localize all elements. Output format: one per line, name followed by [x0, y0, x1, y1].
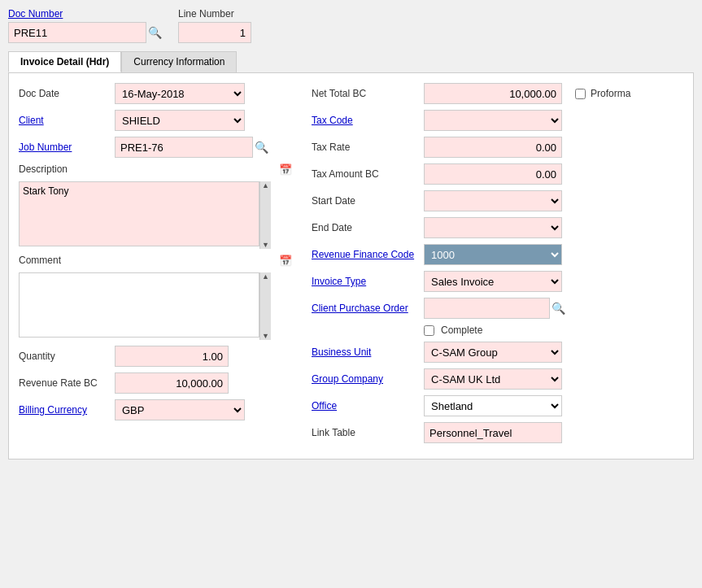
line-number-input[interactable]: [178, 22, 251, 43]
tax-rate-input[interactable]: [424, 137, 562, 158]
right-column: Net Total BC Proforma Tax Code Tax Rate: [312, 83, 683, 449]
description-area-container: Stark Tony ▲ ▼: [19, 181, 271, 249]
client-label[interactable]: Client: [19, 115, 108, 126]
description-edit-icon[interactable]: 📅: [279, 163, 292, 176]
business-unit-label[interactable]: Business Unit: [312, 346, 417, 358]
complete-row: Complete: [424, 324, 683, 336]
client-po-label[interactable]: Client Purchase Order: [312, 303, 417, 314]
office-label[interactable]: Office: [312, 400, 417, 412]
revenue-rate-input[interactable]: [115, 372, 229, 394]
invoice-type-select[interactable]: Sales Invoice: [424, 271, 562, 292]
comment-textarea[interactable]: [19, 272, 259, 338]
end-date-row: End Date: [312, 217, 683, 238]
link-table-input[interactable]: [424, 422, 562, 443]
invoice-type-label[interactable]: Invoice Type: [312, 276, 417, 287]
quantity-label: Quantity: [19, 351, 108, 362]
tax-code-row: Tax Code: [312, 110, 683, 131]
net-total-label: Net Total BC: [312, 88, 417, 99]
proforma-checkbox[interactable]: [575, 89, 586, 99]
line-number-group: Line Number: [178, 8, 251, 43]
comment-scroll-up[interactable]: ▲: [260, 272, 271, 281]
description-label: Description: [19, 163, 108, 175]
doc-date-select[interactable]: 16-May-2018: [115, 83, 245, 104]
tab-currency-information[interactable]: Currency Information: [121, 51, 237, 72]
group-company-row: Group Company C-SAM UK Ltd: [312, 368, 683, 390]
invoice-type-row: Invoice Type Sales Invoice: [312, 271, 683, 292]
comment-scrollbar: ▲ ▼: [259, 272, 271, 340]
revenue-rate-label: Revenue Rate BC: [19, 377, 108, 389]
doc-number-binoculars-icon[interactable]: 🔍: [148, 26, 162, 39]
client-po-row: Client Purchase Order 🔍: [312, 298, 683, 319]
main-panel: Doc Date 16-May-2018 Client SHIELD Job N…: [8, 72, 694, 460]
client-po-binoculars-icon[interactable]: 🔍: [552, 302, 565, 315]
client-row: Client SHIELD: [19, 110, 295, 131]
tax-code-select[interactable]: [424, 110, 562, 131]
tax-rate-label: Tax Rate: [312, 142, 417, 153]
comment-row: Comment 📅: [19, 255, 295, 267]
office-select[interactable]: Shetland: [424, 395, 562, 416]
end-date-select[interactable]: [424, 217, 562, 238]
description-row: Description 📅: [19, 163, 295, 176]
tax-amount-input[interactable]: [424, 163, 562, 185]
doc-date-row: Doc Date 16-May-2018: [19, 83, 295, 104]
quantity-row: Quantity: [19, 346, 295, 367]
proforma-label: Proforma: [591, 88, 630, 99]
doc-number-input[interactable]: [8, 22, 146, 43]
doc-date-label: Doc Date: [19, 88, 108, 99]
client-po-input[interactable]: [424, 298, 550, 319]
client-select[interactable]: SHIELD: [115, 110, 245, 131]
net-total-input[interactable]: [424, 83, 562, 104]
end-date-label: End Date: [312, 222, 417, 233]
revenue-finance-label[interactable]: Revenue Finance Code: [312, 249, 417, 260]
billing-currency-row: Billing Currency GBP: [19, 399, 295, 420]
tax-amount-label: Tax Amount BC: [312, 168, 417, 180]
job-number-binoculars-icon[interactable]: 🔍: [255, 141, 268, 154]
desc-scroll-down[interactable]: ▼: [260, 241, 271, 249]
link-table-row: Link Table: [312, 422, 683, 443]
doc-number-label[interactable]: Doc Number: [8, 8, 162, 20]
comment-edit-icon[interactable]: 📅: [279, 255, 292, 267]
tab-invoice-detail[interactable]: Invoice Detail (Hdr): [8, 51, 121, 72]
line-number-label: Line Number: [178, 8, 251, 20]
start-date-select[interactable]: [424, 190, 562, 211]
revenue-finance-select[interactable]: 1000: [424, 244, 562, 265]
net-total-row: Net Total BC Proforma: [312, 83, 683, 104]
billing-currency-label[interactable]: Billing Currency: [19, 404, 108, 416]
complete-label: Complete: [441, 324, 482, 336]
tabs-container: Invoice Detail (Hdr) Currency Informatio…: [8, 51, 694, 72]
complete-checkbox[interactable]: [424, 325, 434, 336]
comment-scroll-down[interactable]: ▼: [260, 332, 271, 340]
business-unit-row: Business Unit C-SAM Group: [312, 342, 683, 363]
billing-currency-select[interactable]: GBP: [115, 399, 245, 420]
description-textarea[interactable]: Stark Tony: [19, 181, 259, 246]
two-col-layout: Doc Date 16-May-2018 Client SHIELD Job N…: [19, 83, 683, 449]
description-scrollbar: ▲ ▼: [259, 181, 271, 249]
revenue-finance-row: Revenue Finance Code 1000: [312, 244, 683, 265]
desc-scroll-up[interactable]: ▲: [260, 181, 271, 189]
start-date-row: Start Date: [312, 190, 683, 211]
left-column: Doc Date 16-May-2018 Client SHIELD Job N…: [19, 83, 295, 449]
quantity-input[interactable]: [115, 346, 229, 367]
office-row: Office Shetland: [312, 395, 683, 416]
tabs: Invoice Detail (Hdr) Currency Informatio…: [8, 51, 694, 72]
group-company-label[interactable]: Group Company: [312, 373, 417, 385]
job-number-row: Job Number 🔍: [19, 137, 295, 158]
comment-label: Comment: [19, 255, 108, 266]
business-unit-select[interactable]: C-SAM Group: [424, 342, 562, 363]
start-date-label: Start Date: [312, 195, 417, 207]
job-number-label[interactable]: Job Number: [19, 142, 108, 153]
tax-amount-row: Tax Amount BC: [312, 163, 683, 185]
group-company-select[interactable]: C-SAM UK Ltd: [424, 368, 562, 390]
link-table-label: Link Table: [312, 427, 417, 438]
tax-code-label[interactable]: Tax Code: [312, 115, 417, 126]
job-number-input[interactable]: [115, 137, 253, 158]
doc-number-group: Doc Number 🔍: [8, 8, 162, 43]
proforma-row: Proforma: [575, 88, 630, 99]
tax-rate-row: Tax Rate: [312, 137, 683, 158]
revenue-rate-row: Revenue Rate BC: [19, 372, 295, 394]
comment-area-container: ▲ ▼: [19, 272, 271, 340]
